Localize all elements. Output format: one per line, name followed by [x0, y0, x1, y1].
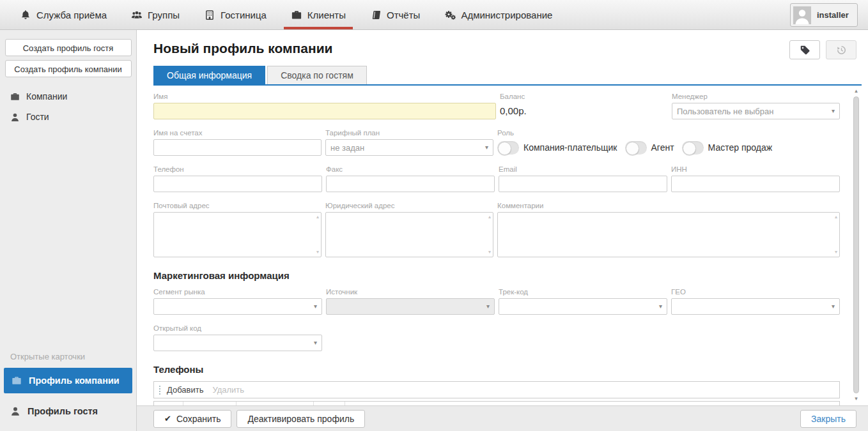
name-input[interactable]	[153, 103, 496, 119]
user-badge[interactable]: installer	[790, 3, 858, 27]
column-header-phone-number[interactable]: Номер телефона	[236, 402, 313, 405]
inn-label: ИНН	[671, 165, 840, 174]
tag-icon	[800, 45, 810, 56]
track-code-label: Трек-код	[499, 287, 667, 296]
save-button-label: Сохранить	[176, 414, 221, 424]
geo-select[interactable]: ▾	[671, 298, 840, 315]
delete-phone-button[interactable]: Удалить	[212, 385, 244, 395]
agent-toggle[interactable]	[625, 141, 647, 155]
open-card-company-profile[interactable]: Профиль компании	[4, 368, 132, 393]
add-phone-button[interactable]: Добавить	[167, 385, 203, 395]
briefcase-icon	[12, 375, 22, 386]
drag-grip-icon[interactable]	[159, 386, 160, 395]
avatar	[793, 6, 811, 24]
geo-label: ГЕО	[671, 287, 840, 296]
nav-label: Отчёты	[387, 10, 420, 20]
tab-bar: Общая информация Сводка по гостям	[153, 66, 862, 86]
company-profile-form: Имя Баланс 0,00р. Менеджер Пользователь …	[137, 86, 868, 405]
check-icon: ✔	[164, 414, 171, 423]
phones-table-header: ФИО Должность Номер телефона Email ▾	[153, 401, 840, 405]
market-segment-select[interactable]: ▾	[153, 298, 322, 315]
nav-front-desk[interactable]: Служба приёма	[12, 0, 115, 29]
comments-label: Комментарии	[497, 201, 840, 210]
history-button[interactable]	[826, 40, 856, 59]
payer-company-toggle[interactable]	[497, 141, 519, 155]
open-card-label: Профиль компании	[29, 375, 120, 386]
create-guest-profile-button[interactable]: Создать профиль гостя	[5, 39, 132, 56]
nav-clients[interactable]: Клиенты	[283, 0, 354, 29]
sales-master-toggle-label: Мастер продаж	[708, 142, 773, 153]
column-header-fio[interactable]: ФИО	[154, 402, 183, 405]
briefcase-icon	[291, 10, 302, 20]
postal-address-textarea[interactable]	[154, 213, 321, 257]
tab-guest-summary[interactable]: Сводка по гостям	[267, 66, 367, 84]
chevron-down-icon: ▾	[659, 303, 662, 310]
manager-select-value: Пользователь не выбран	[677, 107, 773, 116]
open-card-guest-profile[interactable]: Профиль гостя	[0, 398, 136, 424]
chevron-down-icon: ▾	[486, 303, 490, 310]
source-select[interactable]: ▾	[326, 298, 495, 315]
chevron-down-icon: ▾	[314, 303, 317, 310]
inn-input[interactable]	[671, 176, 840, 192]
sidebar-item-guests[interactable]: Гости	[0, 107, 136, 127]
agent-toggle-label: Агент	[651, 142, 674, 153]
save-button[interactable]: ✔ Сохранить	[153, 410, 231, 428]
nav-administration[interactable]: Администрирование	[436, 0, 561, 29]
manager-label: Менеджер	[672, 92, 840, 101]
user-silhouette-icon	[793, 6, 811, 24]
nav-label: Администрирование	[461, 10, 552, 20]
tab-general-info[interactable]: Общая информация	[153, 66, 265, 84]
users-icon	[131, 10, 143, 20]
fax-input[interactable]	[326, 176, 495, 192]
sidebar: Создать профиль гостя Создать профиль ко…	[0, 30, 137, 431]
chevron-down-icon: ▾	[832, 108, 835, 114]
fax-label: Факс	[326, 165, 495, 174]
balance-label: Баланс	[500, 92, 668, 101]
deactivate-profile-button[interactable]: Деактивировать профиль	[236, 410, 365, 428]
phone-input[interactable]	[153, 176, 322, 192]
role-label: Роль	[497, 128, 840, 137]
chevron-down-icon: ▾	[314, 340, 317, 346]
scroll-up-icon[interactable]: ▴	[853, 88, 860, 94]
scroll-down-icon[interactable]: ▾	[853, 396, 860, 402]
close-button[interactable]: Закрыть	[800, 410, 856, 428]
nav-label: Гостиница	[221, 10, 267, 20]
footer-bar: ✔ Сохранить Деактивировать профиль Закры…	[137, 405, 868, 431]
nav-hotel[interactable]: Гостиница	[196, 0, 275, 29]
market-segment-label: Сегмент рынка	[153, 287, 322, 296]
sales-master-toggle[interactable]	[682, 141, 704, 155]
open-code-select[interactable]: ▾	[153, 335, 322, 351]
nav-label: Группы	[148, 10, 180, 20]
track-code-select[interactable]: ▾	[499, 298, 667, 315]
phones-toolbar: Добавить Удалить	[153, 381, 840, 398]
billing-name-input[interactable]	[153, 139, 322, 156]
tariff-plan-select-value: не задан	[330, 143, 364, 153]
create-company-profile-button[interactable]: Создать профиль компании	[5, 60, 132, 77]
column-header-email[interactable]: Email	[314, 402, 346, 405]
tariff-plan-select[interactable]: не задан ▾	[325, 139, 493, 156]
legal-address-textarea[interactable]	[326, 213, 493, 257]
chevron-down-icon: ▾	[832, 303, 835, 310]
name-label: Имя	[153, 92, 496, 101]
app-window: Служба приёма Группы Гостиница Клиенты О…	[0, 0, 868, 431]
nav-reports[interactable]: Отчёты	[362, 0, 428, 29]
email-input[interactable]	[499, 176, 667, 192]
manager-select[interactable]: Пользователь не выбран ▾	[672, 103, 840, 119]
page-title: Новый профиль компании	[153, 41, 868, 56]
email-label: Email	[499, 165, 667, 174]
comments-textarea[interactable]	[498, 213, 839, 257]
scrollbar-thumb[interactable]	[853, 96, 859, 393]
nav-groups[interactable]: Группы	[123, 0, 188, 29]
sidebar-item-companies[interactable]: Компании	[0, 86, 136, 107]
top-navigation: Служба приёма Группы Гостиница Клиенты О…	[0, 0, 868, 30]
chevron-down-icon: ▾	[485, 144, 488, 151]
tags-button[interactable]	[789, 40, 820, 59]
main-content: Новый профиль компании Общая информация …	[137, 30, 868, 405]
billing-name-label: Имя на счетах	[153, 128, 322, 137]
history-icon	[836, 45, 847, 56]
column-header-position[interactable]: Должность	[183, 402, 236, 405]
sidebar-item-label: Компании	[26, 91, 67, 102]
nav-label: Клиенты	[307, 10, 346, 20]
vertical-scrollbar[interactable]: ▴ ▾	[853, 88, 860, 402]
source-label: Источник	[326, 287, 495, 296]
